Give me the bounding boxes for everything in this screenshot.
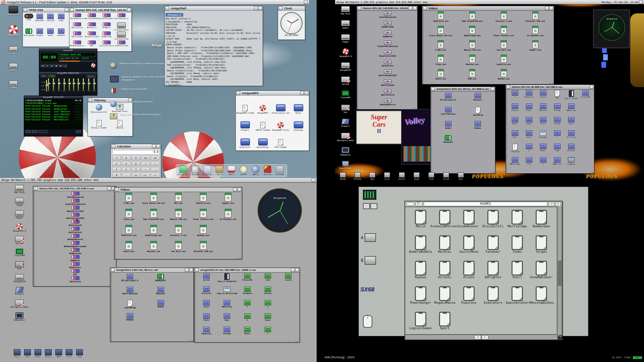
close-icon[interactable]	[23, 8, 27, 12]
x68-file-icon[interactable]: BubbleBobble	[409, 235, 433, 261]
video-file-icon[interactable]: Titan.avi	[425, 55, 457, 69]
drawer-icon[interactable]: Prefs	[196, 313, 217, 327]
depth-icon[interactable]	[237, 188, 241, 191]
sidebar-volume[interactable]: Drawers	[336, 119, 355, 127]
drawer-icon[interactable]: Rexxc	[536, 144, 550, 157]
game-icon[interactable]: BatmanReturns	[358, 99, 417, 109]
game-icon[interactable]: BatmanCapedCrusader	[70, 41, 85, 50]
dock-item[interactable]: Notepad	[190, 166, 200, 176]
dock-item[interactable]: Virus	[380, 172, 394, 180]
calc-key[interactable]: 5	[122, 161, 131, 166]
sidebar-volume[interactable]: Ram Disk	[9, 185, 30, 194]
game-icon[interactable]: CinemawareGames	[114, 22, 129, 32]
close-icon[interactable]: ✕	[555, 202, 561, 206]
screen-depth-icon[interactable]	[304, 0, 308, 4]
amp-next-button[interactable]: ▶▶	[59, 64, 63, 67]
drawer-icon[interactable]: System	[550, 117, 564, 130]
file-icon[interactable]: OdysseyLauncher	[89, 104, 109, 119]
video-file-icon[interactable]: Shaft.avi	[425, 69, 457, 83]
x68-file-icon[interactable]: Aliens	[457, 261, 481, 286]
drawer-icon[interactable]: WhoDidIt	[145, 274, 176, 287]
video-file-icon[interactable]: Godzilla.avi	[488, 55, 520, 69]
calc-key[interactable]: CE	[151, 156, 160, 161]
eq-titlebar[interactable]: AmigaAMP EQUALIZER	[39, 72, 97, 74]
close-icon[interactable]	[431, 87, 435, 91]
dock-item[interactable]: Find	[425, 172, 438, 180]
drawer-icon[interactable]: Videos	[463, 121, 492, 135]
video-file-icon[interactable]: Godzilla.avi	[191, 193, 216, 209]
screen-titlebar[interactable]: AmigaOS Release 4.1 - Final Edition Upda…	[0, 0, 309, 5]
dock-item[interactable]: Display	[351, 172, 364, 180]
video-file-icon[interactable]: 15_Minutes.avi	[520, 26, 551, 40]
file-icon[interactable]: Odyssey.readme	[89, 120, 109, 135]
sidebar-volume[interactable]: Tempz	[336, 34, 355, 43]
videos-titlebar[interactable]: Videos	[422, 6, 554, 11]
file-icon[interactable]: Odyssey	[109, 120, 130, 135]
file-icon[interactable]: memcards	[34, 14, 45, 28]
firststeps-item[interactable]: Select and install contributed programs.	[110, 113, 174, 119]
video-file-icon[interactable]: Nightlong1.mov	[457, 26, 488, 40]
close-icon[interactable]	[89, 98, 92, 102]
game-icon[interactable]: BatmanReturns	[70, 13, 85, 22]
game-icon[interactable]: BenefactorCD32	[35, 206, 116, 213]
calc-key[interactable]: +	[141, 167, 150, 172]
x68-file-icon[interactable]: Tatakae!	[481, 235, 505, 261]
close-icon[interactable]	[34, 187, 38, 190]
games-titlebar[interactable]: Games 49% full, 146.5GB free, 140.3GB in…	[357, 6, 417, 11]
x68-file-icon[interactable]: SpaceSoldier	[505, 286, 529, 312]
game-icon[interactable]: Battlestorm	[358, 89, 417, 99]
video-file-icon[interactable]: Menace_320.avi	[166, 209, 191, 225]
iconify-icon[interactable]	[300, 91, 304, 95]
game-icon[interactable]: RedBaronDe	[99, 32, 114, 41]
drawer-icon[interactable]: Picasso96	[578, 90, 592, 104]
file-icon[interactable]: subq	[56, 14, 66, 28]
calc-titlebar[interactable]: Calculator	[111, 144, 161, 149]
zoom-icon[interactable]	[152, 144, 156, 148]
drawer-icon[interactable]: MUI	[550, 90, 564, 104]
sidebar-volume[interactable]: Ram Disk	[336, 6, 355, 15]
x68-file-icon[interactable]: Populous	[457, 286, 481, 312]
game-icon[interactable]: Benefactor	[35, 262, 116, 269]
video-file-icon[interactable]: X-Men.avi	[425, 40, 457, 55]
drawer-icon[interactable]: Libs	[258, 273, 278, 287]
dock-item[interactable]: RunInUAE	[275, 166, 285, 176]
eq-presets-button[interactable]: PRESETS	[87, 75, 96, 78]
file-icon[interactable]: Skins	[289, 97, 307, 114]
drawer-icon[interactable]: Tools	[196, 300, 217, 313]
game-icon[interactable]: RedBaron	[35, 255, 116, 262]
game-icon[interactable]: BAT	[85, 41, 99, 50]
game-icon[interactable]: Battlestorm	[70, 22, 85, 32]
file-icon[interactable]: plugin	[34, 28, 45, 43]
game-icon[interactable]: RedBaronDe	[35, 248, 116, 255]
x68-file-icon[interactable]: Asuka120Percent	[433, 210, 457, 235]
game-icon[interactable]: Saint&Greavsie	[35, 192, 116, 199]
depth-icon[interactable]	[305, 91, 308, 95]
game-icon[interactable]: BenefactorCD32	[85, 32, 99, 41]
drawer-icon[interactable]: Utilities	[564, 130, 578, 144]
drawer-icon[interactable]: Icons	[522, 130, 536, 144]
video-file-icon[interactable]: Jurassic_3.avi	[166, 225, 191, 241]
vertical-scrollbar[interactable]	[557, 206, 562, 335]
playlist-entry[interactable]: PiotrJazzCat Pacyna - Just Machine --:--	[25, 110, 82, 113]
amp-pause-button[interactable]: ▮▮	[50, 64, 54, 67]
depth-icon[interactable]	[127, 8, 131, 12]
shell-titlebar[interactable]: AmigaShell	[165, 6, 263, 11]
scroll-right-icon[interactable]: ▷	[482, 335, 488, 340]
drawer-icon[interactable]: MyFiles	[536, 104, 550, 117]
calc-key[interactable]: ×	[141, 161, 150, 166]
calc-key[interactable]: 8	[122, 156, 131, 161]
drawer-icon[interactable]: S	[536, 157, 550, 171]
file-icon[interactable]: contrib	[45, 14, 56, 28]
zoom-icon[interactable]	[107, 187, 111, 190]
drawer-icon[interactable]: .backdrop	[508, 144, 522, 157]
drawer-icon[interactable]: Fonts	[258, 313, 278, 327]
dock-item[interactable]: Internet	[263, 166, 273, 176]
video-file-icon[interactable]: Final Fantasi.avi	[191, 209, 216, 225]
file-icon[interactable]: AmigaAMP3	[254, 97, 272, 114]
close-icon[interactable]	[506, 85, 510, 89]
depth-icon[interactable]	[491, 87, 494, 91]
drawer-icon[interactable]: T	[237, 300, 258, 313]
calc-key[interactable]: 4	[112, 161, 121, 166]
video-file-icon[interactable]: Atlantis_320.avi	[191, 241, 216, 257]
x68-file-icon[interactable]: Simulators	[481, 286, 505, 312]
